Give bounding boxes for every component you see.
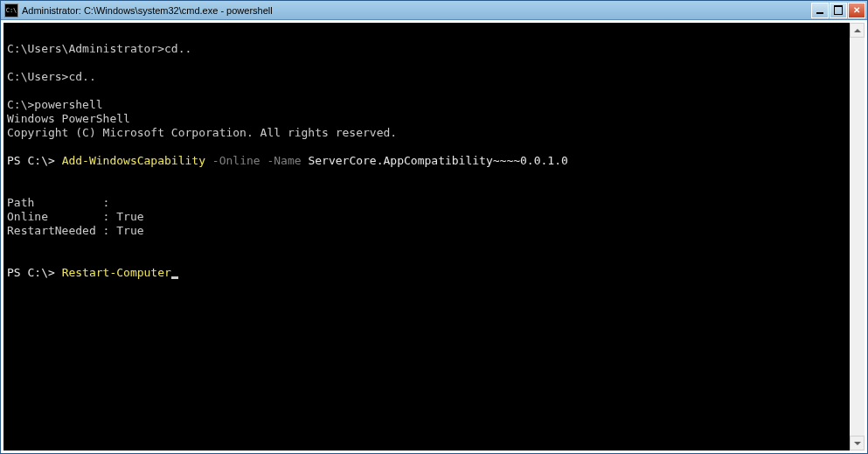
scroll-down-button[interactable]: [850, 436, 865, 451]
output-restart-label: RestartNeeded :: [7, 224, 116, 237]
param-name: -Online: [205, 154, 260, 167]
prompt: C:\Users\Administrator>: [7, 42, 164, 55]
window-title: Administrator: C:\Windows\system32\cmd.e…: [22, 5, 811, 16]
client-area: C:\Users\Administrator>cd.. C:\Users>cd.…: [1, 20, 867, 453]
scroll-up-button[interactable]: [850, 23, 865, 38]
cmd-window: C:\ Administrator: C:\Windows\system32\c…: [0, 0, 868, 454]
cmd-icon: C:\: [4, 3, 18, 17]
command-text: powershell: [34, 98, 102, 111]
powershell-copyright: Copyright (C) Microsoft Corporation. All…: [7, 126, 397, 139]
ps-prompt: PS C:\>: [7, 266, 62, 279]
cmdlet: Restart-Computer: [62, 266, 171, 279]
cursor-icon: [171, 276, 178, 279]
cmdlet: Add-WindowsCapability: [62, 154, 205, 167]
window-controls: [811, 3, 865, 18]
param-value: ServerCore.AppCompatibility~~~~0.0.1.0: [302, 154, 568, 167]
command-text: cd..: [68, 70, 95, 83]
terminal-output[interactable]: C:\Users\Administrator>cd.. C:\Users>cd.…: [3, 23, 850, 451]
vertical-scrollbar[interactable]: [850, 23, 865, 451]
prompt: C:\>: [7, 98, 34, 111]
output-path-label: Path :: [7, 196, 109, 209]
ps-prompt: PS C:\>: [7, 154, 62, 167]
minimize-button[interactable]: [811, 3, 829, 18]
title-bar[interactable]: C:\ Administrator: C:\Windows\system32\c…: [1, 1, 867, 20]
scroll-track[interactable]: [850, 38, 865, 436]
output-online-value: True: [116, 210, 143, 223]
prompt: C:\Users>: [7, 70, 68, 83]
terminal-container: C:\Users\Administrator>cd.. C:\Users>cd.…: [3, 23, 865, 451]
param-name: -Name: [260, 154, 302, 167]
close-button[interactable]: [848, 3, 865, 18]
output-online-label: Online :: [7, 210, 116, 223]
command-text: cd..: [164, 42, 191, 55]
maximize-button[interactable]: [830, 3, 847, 18]
powershell-banner: Windows PowerShell: [7, 112, 130, 125]
output-restart-value: True: [116, 224, 143, 237]
